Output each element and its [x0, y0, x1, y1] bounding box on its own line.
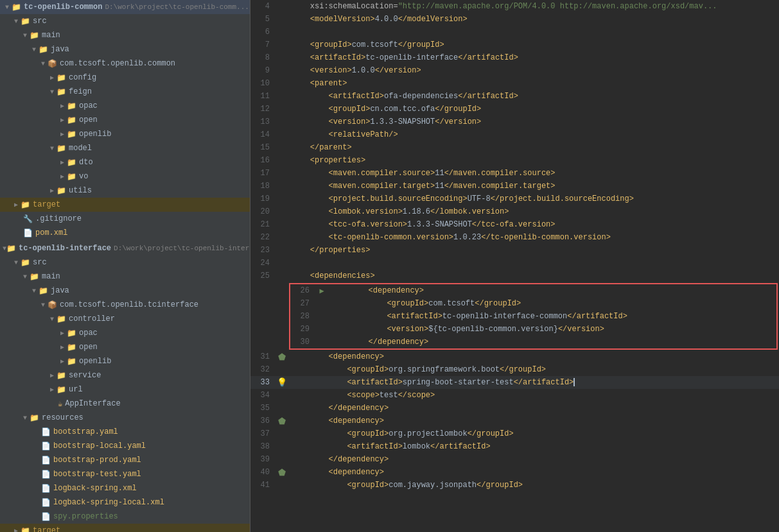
project-name: tc-openlib-common	[24, 3, 102, 12]
folder-service[interactable]: ▶ 📁 service	[0, 368, 250, 382]
folder-main-2[interactable]: ▼ 📁 main	[0, 270, 250, 284]
folder-config[interactable]: ▶ 📁 config	[0, 71, 250, 85]
code-line-14: 14 <relativePath/>	[250, 128, 779, 141]
open2-folder-icon: 📁	[67, 343, 76, 352]
folder-dto[interactable]: ▶ 📁 dto	[0, 155, 250, 169]
project-path2: D:\work\project\tc-openlib-interfa...	[114, 245, 250, 252]
line-num: 20	[250, 207, 275, 216]
file-tree[interactable]: ▼ 📁 tc-openlib-common D:\work\project\tc…	[0, 0, 250, 532]
folder-label: controller	[69, 314, 115, 323]
line-content: <artifactId>tc-openlib-interface-common<…	[329, 312, 776, 321]
line-num: 23	[250, 246, 275, 255]
folder-vo[interactable]: ▶ 📁 vo	[0, 169, 250, 184]
file-bootstrap-prod[interactable]: 📄 bootstrap-prod.yaml	[0, 453, 250, 467]
line-num: 26	[290, 286, 315, 295]
folder-feign[interactable]: ▼ 📁 feign	[0, 85, 250, 99]
code-line-20: 20 <lombok.version>1.18.6</lombok.versio…	[250, 205, 779, 218]
line-num: 36	[250, 416, 275, 425]
url-folder-icon: 📁	[57, 385, 66, 395]
package-label: com.tcsoft.openlib.common	[60, 59, 175, 68]
file-logback-spring[interactable]: 📄 logback-spring.xml	[0, 481, 250, 495]
code-line-41: 41 <groupId>com.jayway.jsonpath</groupId…	[250, 479, 779, 492]
file-label: AppInterface	[65, 399, 120, 408]
file-label: logback-spring-local.xml	[53, 498, 164, 507]
line-num: 31	[250, 352, 275, 361]
code-line-28: 28 <artifactId>tc-openlib-interface-comm…	[290, 310, 776, 323]
vo-folder-icon: 📁	[67, 172, 76, 182]
pom-xml-icon: 📄	[23, 228, 33, 238]
folder-main-1[interactable]: ▼ 📁 main	[0, 28, 250, 42]
project-tc-openlib-interface[interactable]: ▼ 📁 tc-openlib-interface D:\work\project…	[0, 241, 250, 255]
folder-java-2[interactable]: ▼ 📁 java	[0, 284, 250, 298]
line-num: 19	[250, 194, 275, 203]
folder-label: vo	[79, 172, 88, 181]
code-line-7: 7 <groupId>com.tcsoft</groupId>	[250, 39, 779, 51]
folder-label: opac	[79, 329, 98, 338]
feign-folder-icon: 📁	[57, 87, 66, 97]
file-appinterface[interactable]: ☕ AppInterface	[0, 397, 250, 411]
line-num: 29	[290, 325, 315, 334]
java-file-icon: ☕	[58, 399, 62, 409]
folder-resources[interactable]: ▼ 📁 resources	[0, 411, 250, 425]
folder-label: model	[69, 144, 92, 153]
java2-folder-icon: 📁	[39, 286, 48, 296]
package-common[interactable]: ▼ 📦 com.tcsoft.openlib.common	[0, 56, 250, 71]
file-bootstrap-test[interactable]: 📄 bootstrap-test.yaml	[0, 467, 250, 481]
file-bootstrap-yaml[interactable]: 📄 bootstrap.yaml	[0, 425, 250, 439]
code-line-39: 39 </dependency>	[250, 453, 779, 466]
code-line-15: 15 </parent>	[250, 141, 779, 154]
code-line-40: 40 ⬟ <dependency>	[250, 466, 779, 479]
line-content: <artifactId>tc-openlib-interface</artifa…	[289, 53, 779, 62]
folder-model[interactable]: ▼ 📁 model	[0, 141, 250, 155]
file-logback-spring-local[interactable]: 📄 logback-spring-local.xml	[0, 495, 250, 510]
folder-utils[interactable]: ▶ 📁 utils	[0, 184, 250, 198]
line-num: 18	[250, 182, 275, 191]
line-num: 10	[250, 79, 275, 88]
line-num: 13	[250, 117, 275, 126]
folder-target-1[interactable]: ▶ 📁 target	[0, 198, 250, 212]
folder-label: main	[42, 272, 60, 281]
yaml4-icon: 📄	[41, 470, 51, 479]
line-gutter-git-31[interactable]: ⬟	[275, 352, 289, 363]
folder-opac-2[interactable]: ▶ 📁 opac	[0, 326, 250, 340]
line-num: 11	[250, 92, 275, 101]
code-editor: 4 xsi:schemaLocation="http://maven.apach…	[250, 0, 779, 532]
code-line-34: 34 <scope>test</scope>	[250, 389, 779, 402]
line-gutter-bulb[interactable]: 💡	[275, 377, 289, 388]
code-line-22: 22 <tc-openlib-common.version>1.0.23</tc…	[250, 231, 779, 244]
code-line-10: 10 <parent>	[250, 77, 779, 90]
file-label: pom.xml	[35, 228, 67, 237]
line-gutter-git-36[interactable]: ⬟	[275, 416, 289, 427]
code-line-37: 37 <groupId>org.projectlombok</groupId>	[250, 427, 779, 440]
line-gutter-git-40[interactable]: ⬟	[275, 467, 289, 478]
folder-src-1[interactable]: ▼ 📁 src	[0, 14, 250, 28]
folder-src-2[interactable]: ▼ 📁 src	[0, 255, 250, 270]
folder-java-1[interactable]: ▼ 📁 java	[0, 42, 250, 56]
file-bootstrap-local[interactable]: 📄 bootstrap-local.yaml	[0, 439, 250, 453]
file-spy-props[interactable]: 📄 spy.properties	[0, 510, 250, 524]
code-line-4: 4 xsi:schemaLocation="http://maven.apach…	[250, 0, 779, 13]
folder-openlib-2[interactable]: ▶ 📁 openlib	[0, 354, 250, 368]
line-num: 25	[250, 271, 275, 280]
line-content: </parent>	[289, 143, 779, 152]
line-content: <groupId>com.tcsoft</groupId>	[289, 40, 779, 49]
folder-open-2[interactable]: ▶ 📁 open	[0, 340, 250, 354]
folder-openlib-1[interactable]: ▶ 📁 openlib	[0, 127, 250, 141]
line-num: 28	[290, 312, 315, 321]
line-content: <version>1.0.0</version>	[289, 66, 779, 75]
project-name2: tc-openlib-interface	[19, 244, 111, 253]
package-tcinterface[interactable]: ▼ 📦 com.tcsoft.openlib.tcinterface	[0, 298, 250, 312]
code-line-21: 21 <tcc-ofa.version>1.3.3-SNAPSHOT</tcc-…	[250, 218, 779, 231]
folder-opac-1[interactable]: ▶ 📁 opac	[0, 99, 250, 113]
code-line-17: 17 <maven.compiler.source>11</maven.comp…	[250, 167, 779, 180]
file-pom-1[interactable]: 📄 pom.xml	[0, 226, 250, 240]
line-gutter-run[interactable]: ▶	[315, 286, 329, 296]
folder-target-2[interactable]: ▶ 📁 target	[0, 524, 250, 532]
folder-url[interactable]: ▶ 📁 url	[0, 382, 250, 397]
file-gitignore-1[interactable]: 🔧 .gitignore	[0, 212, 250, 226]
code-line-36: 36 ⬟ <dependency>	[250, 415, 779, 427]
code-line-13: 13 <version>1.3.3-SNAPSHOT</version>	[250, 116, 779, 128]
folder-open-1[interactable]: ▶ 📁 open	[0, 113, 250, 127]
project-tc-openlib-common[interactable]: ▼ 📁 tc-openlib-common D:\work\project\tc…	[0, 0, 250, 14]
folder-controller[interactable]: ▼ 📁 controller	[0, 312, 250, 326]
